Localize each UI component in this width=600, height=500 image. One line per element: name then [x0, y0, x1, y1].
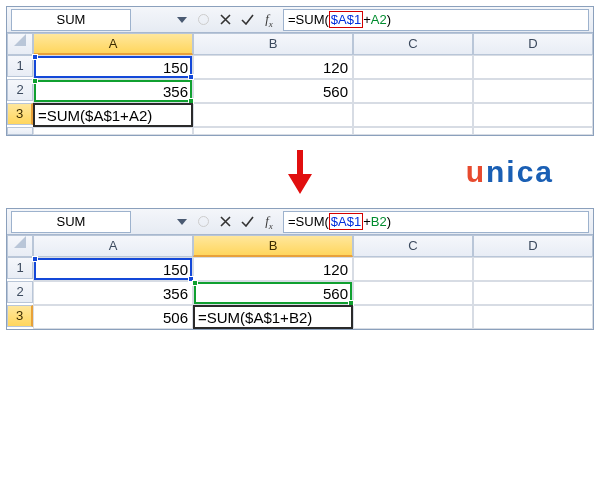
- cell-b1[interactable]: 120: [193, 55, 353, 79]
- arrow-down-icon: [286, 150, 314, 194]
- fx-button[interactable]: fx: [259, 212, 279, 232]
- name-box[interactable]: SUM: [11, 211, 131, 233]
- cell-b4[interactable]: [193, 127, 353, 135]
- cell-c3[interactable]: [353, 103, 473, 127]
- name-box-dropdown[interactable]: [175, 219, 189, 225]
- cell-c1[interactable]: [353, 257, 473, 281]
- col-header-b[interactable]: B: [193, 235, 353, 257]
- row-header-4[interactable]: [7, 127, 33, 135]
- name-box-dropdown[interactable]: [175, 17, 189, 23]
- cell-b3[interactable]: =SUM($A$1+B2): [193, 305, 353, 329]
- cell-a2[interactable]: 356: [33, 281, 193, 305]
- col-header-c[interactable]: C: [353, 33, 473, 55]
- formula-bar: SUM fx =SUM($A$1+B2): [7, 209, 593, 235]
- cell-d4[interactable]: [473, 127, 593, 135]
- name-box[interactable]: SUM: [11, 9, 131, 31]
- col-header-d[interactable]: D: [473, 235, 593, 257]
- formula-suffix: ): [387, 12, 391, 27]
- cancel-button[interactable]: [193, 10, 213, 30]
- cell-d3[interactable]: [473, 103, 593, 127]
- grid-top: A B C D 1 150 120 2 356 560 3 =SUM($A$1+…: [7, 33, 593, 135]
- formula-rel-ref: A2: [371, 12, 387, 27]
- svg-point-1: [198, 217, 208, 227]
- cell-a2[interactable]: 356: [33, 79, 193, 103]
- col-header-c[interactable]: C: [353, 235, 473, 257]
- col-header-a[interactable]: A: [33, 235, 193, 257]
- name-box-text: SUM: [57, 12, 86, 27]
- name-box-text: SUM: [57, 214, 86, 229]
- select-all-corner[interactable]: [7, 235, 33, 257]
- row-header-3[interactable]: 3: [7, 305, 33, 327]
- separator-row: unica: [6, 154, 594, 190]
- formula-suffix: ): [387, 214, 391, 229]
- cell-c4[interactable]: [353, 127, 473, 135]
- cancel-icon[interactable]: [215, 212, 235, 232]
- cancel-button[interactable]: [193, 212, 213, 232]
- cell-d2[interactable]: [473, 79, 593, 103]
- formula-abs-ref: $A$1: [331, 214, 361, 229]
- formula-rel-ref: B2: [371, 214, 387, 229]
- cancel-icon[interactable]: [215, 10, 235, 30]
- row-header-1[interactable]: 1: [7, 257, 33, 279]
- formula-input[interactable]: =SUM($A$1+A2): [283, 9, 589, 31]
- cell-c3[interactable]: [353, 305, 473, 329]
- fx-button[interactable]: fx: [259, 10, 279, 30]
- row-header-2[interactable]: 2: [7, 79, 33, 101]
- col-header-d[interactable]: D: [473, 33, 593, 55]
- cell-b3[interactable]: [193, 103, 353, 127]
- cell-c2[interactable]: [353, 79, 473, 103]
- cell-b1[interactable]: 120: [193, 257, 353, 281]
- cell-d2[interactable]: [473, 281, 593, 305]
- brand-rest: nica: [486, 155, 554, 188]
- svg-point-0: [198, 15, 208, 25]
- cell-a1[interactable]: 150: [33, 257, 193, 281]
- formula-bar-buttons: fx: [189, 212, 283, 232]
- grid-bottom: A B C D 1 150 120 2 356 560 3 506 =SUM($…: [7, 235, 593, 329]
- formula-abs-ref: $A$1: [331, 12, 361, 27]
- formula-bar-buttons: fx: [189, 10, 283, 30]
- cell-d1[interactable]: [473, 55, 593, 79]
- cell-a4[interactable]: [33, 127, 193, 135]
- col-header-a[interactable]: A: [33, 33, 193, 55]
- row-header-3[interactable]: 3: [7, 103, 33, 125]
- formula-prefix: =SUM(: [288, 214, 329, 229]
- row-header-1[interactable]: 1: [7, 55, 33, 77]
- fx-icon: fx: [265, 213, 273, 231]
- formula-bar: SUM fx =SUM($A$1+A2): [7, 7, 593, 33]
- formula-input[interactable]: =SUM($A$1+B2): [283, 211, 589, 233]
- formula-plus: +: [363, 214, 371, 229]
- cell-d1[interactable]: [473, 257, 593, 281]
- enter-icon[interactable]: [237, 10, 257, 30]
- fx-icon: fx: [265, 11, 273, 29]
- excel-panel-top: SUM fx =SUM($A$1+A2) A B: [6, 6, 594, 136]
- formula-plus: +: [363, 12, 371, 27]
- cell-a1[interactable]: 150: [33, 55, 193, 79]
- row-header-2[interactable]: 2: [7, 281, 33, 303]
- cell-a3[interactable]: 506: [33, 305, 193, 329]
- cell-a3[interactable]: =SUM($A$1+A2): [33, 103, 193, 127]
- cell-c2[interactable]: [353, 281, 473, 305]
- formula-prefix: =SUM(: [288, 12, 329, 27]
- cell-b2[interactable]: 560: [193, 79, 353, 103]
- enter-icon[interactable]: [237, 212, 257, 232]
- brand-u: u: [466, 155, 486, 188]
- select-all-corner[interactable]: [7, 33, 33, 55]
- col-header-b[interactable]: B: [193, 33, 353, 55]
- excel-panel-bottom: SUM fx =SUM($A$1+B2) A B: [6, 208, 594, 330]
- cell-b2[interactable]: 560: [193, 281, 353, 305]
- cell-d3[interactable]: [473, 305, 593, 329]
- cell-c1[interactable]: [353, 55, 473, 79]
- brand-logo: unica: [466, 155, 554, 189]
